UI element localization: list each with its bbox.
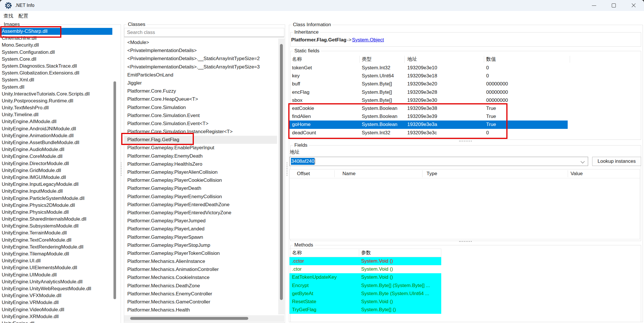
image-list-item[interactable]: Mono.Security.dll bbox=[0, 42, 112, 49]
image-list-item[interactable]: Unity.InteractiveTutorials.Core.Scripts.… bbox=[0, 91, 112, 98]
splitter-right[interactable] bbox=[287, 163, 287, 176]
static-field-row[interactable]: findAlien System.Boolean 193209e3e39 Tru… bbox=[289, 112, 568, 121]
images-scrollbar-thumb[interactable] bbox=[113, 81, 116, 299]
class-list-item[interactable]: Platformer.Core.Simulation bbox=[124, 104, 277, 112]
class-list-item[interactable]: Platformer.Gameplay.EnablePlayerInput bbox=[124, 144, 277, 152]
image-list-item[interactable]: System.Core.dll bbox=[0, 56, 112, 63]
static-field-row[interactable]: goHome System.Boolean 193209e3e3a True bbox=[289, 121, 568, 129]
static-field-row[interactable]: encFlag System.Byte[] 193209e3e28 000000… bbox=[289, 88, 568, 96]
methods-header-params[interactable]: 参数 bbox=[361, 249, 371, 257]
image-list-item[interactable]: UnityEngine.DirectorModule.dll bbox=[0, 160, 112, 167]
class-list-item[interactable]: Platformer.Mechanics.GameController bbox=[124, 298, 277, 306]
class-list-item[interactable]: Platformer.Gameplay.PlayerEnteredVictory… bbox=[124, 209, 277, 217]
image-list-item[interactable]: UnityEngine.TilemapModule.dll bbox=[0, 251, 112, 257]
image-list-item[interactable]: UnityEngine.VFXModule.dll bbox=[0, 292, 112, 299]
image-list-item[interactable]: UnityEngine.UIElementsModule.dll bbox=[0, 264, 112, 271]
image-list-item[interactable]: UnityEngine.VRModule.dll bbox=[0, 299, 112, 306]
image-list-item[interactable]: UnityEngine.Physics2DModule.dll bbox=[0, 202, 112, 209]
image-list-item[interactable]: UnityEngine.InputModule.dll bbox=[0, 188, 112, 195]
class-list-item[interactable]: Platformer.Gameplay.PlayerTokenCollision bbox=[124, 249, 277, 257]
static-field-row[interactable]: buff System.Byte[] 193209e3e20 00000000 bbox=[289, 80, 568, 88]
class-list-item[interactable]: <Module> bbox=[124, 39, 277, 47]
static-field-row[interactable]: key System.UInt64 193209e3e18 0 bbox=[289, 72, 568, 80]
fields-header-name[interactable]: Name bbox=[342, 169, 355, 178]
image-list-item[interactable]: UnityEngine.VideoModule.dll bbox=[0, 306, 112, 313]
static-field-row[interactable]: eatCookie System.Boolean 193209e3e38 Tru… bbox=[289, 104, 568, 112]
class-list-item[interactable]: Platformer.Mechanics.DeathZone bbox=[124, 282, 277, 290]
image-list-item[interactable]: UnityEngine.AIModule.dll bbox=[0, 118, 112, 125]
chevron-down-icon[interactable] bbox=[581, 159, 585, 163]
image-list-item[interactable]: UnityEngine.SubsystemsModule.dll bbox=[0, 223, 112, 230]
image-list-item[interactable]: Cinemachine.dll bbox=[0, 35, 112, 42]
image-list-item[interactable]: System.Configuration.dll bbox=[0, 49, 112, 56]
static-field-row[interactable]: deadCount System.Int32 193209e3e3c 0 bbox=[289, 129, 568, 137]
class-list-item[interactable]: Platformer.Mechanics.AlienInstance bbox=[124, 257, 277, 265]
static-field-row[interactable]: tokenGet System.Int32 193209e3e10 0 bbox=[289, 64, 568, 72]
class-list-item[interactable]: Platformer.Gameplay.PlayerCookieCollisio… bbox=[124, 176, 277, 184]
splitter-fields[interactable] bbox=[459, 241, 472, 242]
class-list-item[interactable]: Platformer.Core.Simulation.Event<T> bbox=[124, 120, 277, 128]
image-list-item[interactable]: UnityEngine.AndroidJNIModule.dll bbox=[0, 125, 112, 132]
class-list-item[interactable]: Platformer.Gameplay.EnemyDeath bbox=[124, 152, 277, 160]
image-list-item[interactable]: UnityEngine.CoreModule.dll bbox=[0, 153, 112, 160]
classes-hscrollbar-thumb[interactable] bbox=[130, 317, 248, 320]
class-list-item[interactable]: Platformer.Gameplay.PlayerSpawn bbox=[124, 233, 277, 241]
image-list-item[interactable]: UnityEngine.AudioModule.dll bbox=[0, 146, 112, 153]
class-list-item[interactable]: Platformer.Mechanics.AnimationController bbox=[124, 265, 277, 274]
splitter-static-fields[interactable] bbox=[459, 141, 472, 142]
classes-scrollbar-thumb[interactable] bbox=[280, 44, 283, 300]
image-list-item[interactable]: UnityEngine.PhysicsModule.dll bbox=[0, 209, 112, 216]
class-list-item[interactable]: Platformer.Gameplay.PlayerEnteredDeathZo… bbox=[124, 201, 277, 209]
image-list-item[interactable]: UnityEngine.TextRenderingModule.dll bbox=[0, 244, 112, 251]
image-list-item[interactable]: UnityEngine.AssetBundleModule.dll bbox=[0, 139, 112, 146]
class-list-item[interactable]: Platformer.Gameplay.PlayerStopJump bbox=[124, 241, 277, 249]
lookup-instances-button[interactable]: Lookup instances bbox=[592, 157, 641, 166]
class-list-item[interactable]: Jiggler bbox=[124, 79, 277, 87]
image-list-item[interactable]: UnityEngine.TextCoreModule.dll bbox=[0, 237, 112, 244]
class-list-item[interactable]: Platformer.Gameplay.PlayerDeath bbox=[124, 184, 277, 192]
class-list-item[interactable]: Platformer.Core.HeapQueue<T> bbox=[124, 95, 277, 103]
image-list-item[interactable]: System.Xml.dll bbox=[0, 77, 112, 83]
fields-header-value[interactable]: Value bbox=[571, 169, 583, 178]
class-list-item[interactable]: <PrivateImplementationDetails>.__StaticA… bbox=[124, 63, 277, 71]
image-list-item[interactable]: Unity.Timeline.dll bbox=[0, 111, 112, 118]
image-list-item[interactable]: Unity.TextMeshPro.dll bbox=[0, 104, 112, 111]
address-combobox[interactable]: 3408af240 bbox=[289, 157, 588, 166]
class-list-item[interactable]: EmitParticlesOnLand bbox=[124, 71, 277, 79]
class-list-item[interactable]: <PrivateImplementationDetails>.__StaticA… bbox=[124, 55, 277, 63]
menu-item-find[interactable]: 查找 bbox=[2, 11, 15, 21]
static-fields-header-value[interactable]: 数值 bbox=[486, 55, 496, 63]
image-list-item[interactable]: UnityEngine.UnityAnalyticsModule.dll bbox=[0, 278, 112, 285]
method-row[interactable]: EatTokenUpdateKey System.Void () bbox=[289, 273, 441, 281]
image-list-item[interactable]: Unity.Postprocessing.Runtime.dll bbox=[0, 98, 112, 104]
class-list-item[interactable]: Platformer.Gameplay.PlayerEnemyCollision bbox=[124, 193, 277, 201]
image-list-item[interactable]: System.dll bbox=[0, 84, 112, 91]
image-list-item[interactable]: UnityEngine.AnimationModule.dll bbox=[0, 132, 112, 139]
maximize-button[interactable] bbox=[607, 0, 620, 11]
class-list-item[interactable]: Platformer.Mechanics.EnemyController bbox=[124, 290, 277, 298]
static-fields-header-address[interactable]: 地址 bbox=[407, 55, 417, 63]
method-row[interactable]: Encrypt System.Byte[] (System.Byte[] ... bbox=[289, 282, 441, 290]
image-list-item[interactable]: UnityEngine.XRModule.dll bbox=[0, 313, 112, 320]
splitter-left[interactable] bbox=[121, 163, 122, 176]
image-list-item[interactable]: UnityEngine.dll bbox=[0, 320, 112, 323]
class-list-item[interactable]: Platformer.Core.Simulation.Event bbox=[124, 112, 277, 120]
class-list-item[interactable]: Platformer.Gameplay.PlayerLanded bbox=[124, 225, 277, 233]
image-list-item[interactable]: UnityEngine.UnityWebRequestModule.dll bbox=[0, 285, 112, 292]
method-row[interactable]: getByteAt System.Byte (System.UInt64 ... bbox=[289, 290, 441, 298]
image-list-item[interactable]: UnityEngine.ParticleSystemModule.dll bbox=[0, 195, 112, 202]
minimize-button[interactable] bbox=[587, 0, 601, 11]
search-class-input[interactable] bbox=[124, 28, 284, 37]
methods-header-name[interactable]: 名称 bbox=[292, 249, 302, 257]
method-row[interactable]: TryGetFlag System.Byte[] () bbox=[289, 306, 441, 314]
class-list-item[interactable]: Platformer.Gameplay.PlayerJumped bbox=[124, 217, 277, 225]
class-list-item[interactable]: Platformer.Gameplay.PlayerAlienCollision bbox=[124, 168, 277, 176]
inheritance-base-class-link[interactable]: System.Object bbox=[352, 37, 384, 43]
image-list-item[interactable]: UnityEngine.InputLegacyModule.dll bbox=[0, 181, 112, 188]
close-button[interactable] bbox=[627, 0, 640, 11]
class-list-item[interactable]: <PrivateImplementationDetails> bbox=[124, 47, 277, 55]
static-field-row[interactable]: sbox System.Byte[] 193209e3e30 00000000 bbox=[289, 96, 568, 104]
method-row[interactable]: .cctor System.Void () bbox=[289, 257, 441, 265]
class-list-item[interactable]: Platformer.Core.Fuzzy bbox=[124, 87, 277, 95]
image-list-item[interactable]: UnityEngine.SharedInternalsModule.dll bbox=[0, 216, 112, 223]
